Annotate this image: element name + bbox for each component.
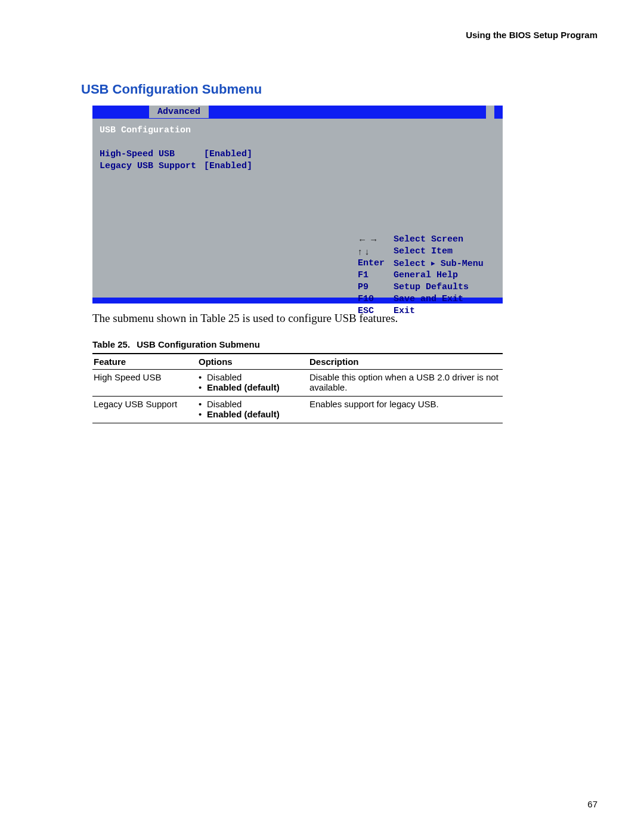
cell-options: •Disabled •Enabled (default) — [197, 397, 308, 423]
legend-row: ↑ ↓ Select Item — [358, 246, 484, 258]
legend-row: F1 General Help — [358, 270, 484, 281]
legend-row: F10 Save and Exit — [358, 293, 484, 305]
caption-paragraph: The submenu shown in Table 25 is used to… — [92, 312, 597, 325]
bios-item-label: Legacy USB Support — [100, 160, 204, 172]
col-header-options: Options — [197, 354, 308, 370]
table-row: High Speed USB •Disabled •Enabled (defau… — [92, 370, 503, 397]
cell-options: •Disabled •Enabled (default) — [197, 370, 308, 397]
cell-feature: Legacy USB Support — [92, 397, 197, 423]
bios-screenshot: Advanced USB Configuration High-Speed US… — [92, 106, 503, 304]
table-caption: Table 25. USB Configuration Submenu — [92, 339, 597, 349]
running-header: Using the BIOS Setup Program — [83, 30, 597, 40]
table-number: Table 25. — [92, 339, 134, 349]
bios-item-legacy-usb: Legacy USB Support [Enabled] — [100, 160, 496, 172]
legend-row: ESC Exit — [358, 305, 484, 317]
bios-tabbar: Advanced — [92, 106, 503, 119]
legend-key: F10 — [358, 293, 394, 305]
legend-key: F1 — [358, 270, 394, 281]
table-title: USB Configuration Submenu — [137, 339, 260, 349]
legend-key: P9 — [358, 281, 394, 293]
legend-row: Enter Select ▶ Sub-Menu — [358, 258, 484, 270]
legend-desc: Select ▶ Sub-Menu — [394, 258, 484, 270]
legend-desc: Exit — [394, 305, 415, 317]
option-value-default: Enabled (default) — [207, 382, 280, 392]
usb-config-table: Feature Options Description High Speed U… — [92, 353, 503, 423]
option-value: Disabled — [207, 372, 242, 382]
legend-key: ← → — [358, 234, 394, 246]
bios-item-value: [Enabled] — [204, 148, 252, 160]
page-number: 67 — [587, 799, 597, 809]
cell-feature: High Speed USB — [92, 370, 197, 397]
legend-key: ESC — [358, 305, 394, 317]
legend-key: ↑ ↓ — [358, 246, 394, 258]
table-header-row: Feature Options Description — [92, 354, 503, 370]
col-header-feature: Feature — [92, 354, 197, 370]
section-heading: USB Configuration Submenu — [81, 82, 597, 97]
bios-item-high-speed-usb: High-Speed USB [Enabled] — [100, 148, 496, 160]
legend-desc: Select Screen — [394, 234, 463, 246]
legend-desc: Setup Defaults — [394, 281, 469, 293]
legend-desc: General Help — [394, 270, 458, 281]
option-value: Disabled — [207, 399, 242, 409]
cell-description: Disable this option when a USB 2.0 drive… — [308, 370, 503, 397]
bios-legend: ← → Select Screen ↑ ↓ Select Item Enter … — [358, 234, 484, 317]
cell-description: Enables support for legacy USB. — [308, 397, 503, 423]
col-header-description: Description — [308, 354, 503, 370]
bios-screen-title: USB Configuration — [100, 125, 496, 137]
legend-desc: Select Item — [394, 246, 453, 258]
legend-key: Enter — [358, 258, 394, 270]
legend-desc: Save and Exit — [394, 293, 463, 305]
bios-item-label: High-Speed USB — [100, 148, 204, 160]
bios-item-value: [Enabled] — [204, 160, 252, 172]
option-value-default: Enabled (default) — [207, 409, 280, 419]
table-row: Legacy USB Support •Disabled •Enabled (d… — [92, 397, 503, 423]
legend-row: ← → Select Screen — [358, 234, 484, 246]
legend-row: P9 Setup Defaults — [358, 281, 484, 293]
triangle-right-icon: ▶ — [431, 260, 435, 267]
bios-tab-advanced: Advanced — [149, 106, 209, 118]
